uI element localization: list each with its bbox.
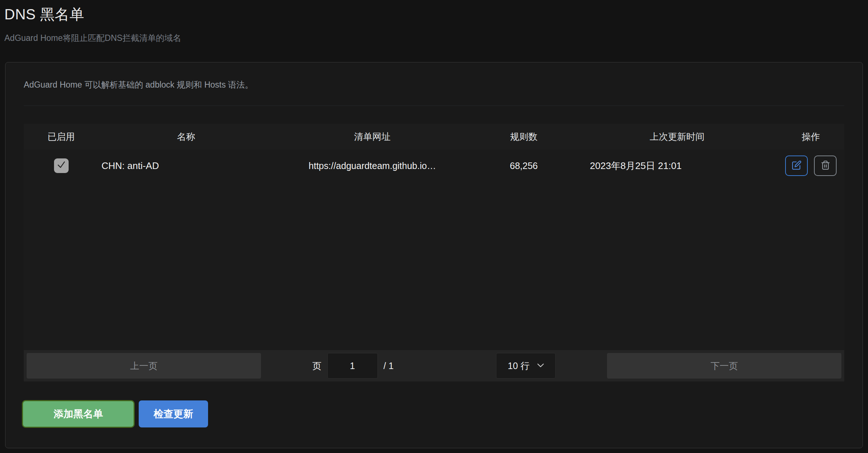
pagination-bar: 上一页 页 / 1 10 行 下一页 [24, 350, 844, 381]
checkmark-icon [57, 160, 66, 172]
last-updated-cell: 2023年8月25日 21:01 [577, 160, 777, 172]
page-info: 页 / 1 [312, 353, 394, 379]
chevron-down-icon [537, 362, 544, 369]
check-updates-button[interactable]: 检查更新 [139, 400, 208, 427]
column-header-enabled: 已启用 [24, 131, 99, 143]
column-header-actions: 操作 [777, 131, 844, 143]
page-number-input[interactable] [327, 353, 378, 379]
page-subtitle: AdGuard Home将阻止匹配DNS拦截清单的域名 [4, 32, 868, 44]
card-header: AdGuard Home 可以解析基础的 adblock 规则和 Hosts 语… [24, 62, 844, 106]
edit-icon [792, 160, 802, 171]
trash-icon [821, 160, 830, 171]
card-description: AdGuard Home 可以解析基础的 adblock 规则和 Hosts 语… [24, 79, 844, 91]
page-label: 页 [312, 360, 322, 372]
table-header-row: 已启用 名称 清单网址 规则数 上次更新时间 操作 [24, 124, 844, 149]
column-header-rules: 规则数 [471, 131, 577, 143]
page-total: / 1 [384, 361, 394, 371]
card-actions: 添加黑名单 检查更新 [24, 400, 844, 428]
column-header-url: 清单网址 [274, 131, 471, 143]
page-title: DNS 黑名单 [4, 4, 868, 24]
pagination-center: 页 / 1 10 行 [261, 353, 607, 379]
enabled-cell [24, 158, 99, 173]
blocklist-card: AdGuard Home 可以解析基础的 adblock 规则和 Hosts 语… [5, 62, 863, 448]
add-blocklist-button[interactable]: 添加黑名单 [22, 400, 135, 428]
table-row: CHN: anti-AD https://adguardteam.github.… [24, 149, 844, 182]
page-header: DNS 黑名单 AdGuard Home将阻止匹配DNS拦截清单的域名 [0, 0, 868, 44]
table-body: CHN: anti-AD https://adguardteam.github.… [24, 149, 844, 350]
previous-page-button[interactable]: 上一页 [27, 353, 261, 379]
edit-button[interactable] [785, 156, 808, 176]
page-size-select[interactable]: 10 行 [496, 353, 556, 379]
page-size-value: 10 行 [508, 360, 530, 372]
url-cell: https://adguardteam.github.io… [274, 161, 471, 171]
column-header-name: 名称 [99, 131, 274, 143]
column-header-updated: 上次更新时间 [577, 131, 777, 143]
rules-count-cell: 68,256 [471, 161, 577, 171]
next-page-button[interactable]: 下一页 [607, 353, 841, 379]
blocklist-table: 已启用 名称 清单网址 规则数 上次更新时间 操作 CHN: [24, 124, 844, 381]
delete-button[interactable] [814, 156, 837, 176]
actions-cell [777, 156, 844, 176]
enabled-checkbox[interactable] [54, 158, 69, 173]
name-cell: CHN: anti-AD [99, 160, 274, 172]
